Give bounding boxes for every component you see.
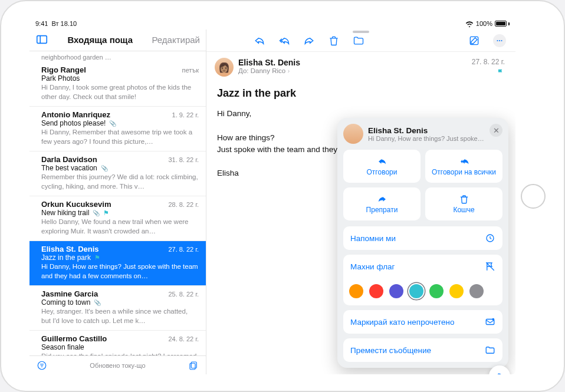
flag-color-dot[interactable] xyxy=(349,284,363,298)
flag-color-dot[interactable] xyxy=(369,284,383,298)
flag-icon xyxy=(497,68,505,77)
popover-header: Elisha St. Denis Hi Danny, How are thing… xyxy=(343,124,502,144)
svg-point-14 xyxy=(492,318,494,321)
truncated-message: neighborhood garden … xyxy=(29,51,206,62)
attachment-icon: 📎 xyxy=(101,165,108,172)
reply-icon[interactable] xyxy=(254,35,265,47)
flag-icon: ⚑ xyxy=(103,209,109,217)
remind-me-row[interactable]: Напомни ми xyxy=(343,226,502,250)
flag-off-icon xyxy=(485,261,495,272)
detail-header: 👩🏽 Elisha St. Denis До: Danny Rico › 27.… xyxy=(206,52,515,77)
message-detail-pane: 👩🏽 Elisha St. Denis До: Danny Rico › 27.… xyxy=(206,29,515,374)
quick-reply-chip[interactable] xyxy=(489,365,510,374)
battery-icon xyxy=(495,21,510,27)
updated-label: Обновено току-що xyxy=(90,362,145,369)
reply-all-button[interactable]: Отговори на всички xyxy=(425,150,502,183)
flag-color-dot[interactable] xyxy=(469,284,484,298)
trash-button[interactable]: Кошче xyxy=(425,187,502,220)
clock-icon xyxy=(485,233,495,243)
status-right: 100% xyxy=(465,20,510,27)
stack-icon[interactable] xyxy=(188,360,199,371)
popover-sender: Elisha St. Denis xyxy=(368,126,484,135)
flag-icon: ⚑ xyxy=(94,254,100,262)
reply-all-icon[interactable] xyxy=(278,35,290,47)
list-footer: Обновено току-що xyxy=(29,355,206,374)
home-button[interactable] xyxy=(521,184,546,209)
edit-button[interactable]: Редактирай xyxy=(152,35,201,45)
more-icon[interactable] xyxy=(493,34,506,47)
attachment-icon: 📎 xyxy=(93,210,100,216)
envelope-icon xyxy=(485,317,495,327)
filter-icon[interactable] xyxy=(37,360,47,371)
svg-rect-7 xyxy=(190,363,195,370)
close-icon[interactable]: ✕ xyxy=(490,124,502,137)
message-row[interactable]: Orkun Kucuksevim28. 8. 22 г.New hiking t… xyxy=(29,196,206,241)
mark-unread-row[interactable]: Маркирай като непрочетено xyxy=(343,310,502,334)
message-row[interactable]: Guillermo Castillo24. 8. 22 г.Season fin… xyxy=(29,331,206,355)
svg-point-10 xyxy=(499,39,500,41)
attachment-icon: 📎 xyxy=(94,299,101,306)
forward-icon[interactable] xyxy=(303,35,315,47)
flag-color-dot[interactable] xyxy=(409,284,423,298)
mailbox-title: Входяща поща xyxy=(48,35,152,45)
mailbox-list-pane: Входяща поща Редактирай neighborhood gar… xyxy=(29,29,206,374)
flag-color-dot[interactable] xyxy=(449,284,464,298)
message-row[interactable]: Jasmine Garcia25. 8. 22 г.Coming to town… xyxy=(29,286,206,331)
sender-avatar[interactable]: 👩🏽 xyxy=(215,58,234,77)
message-row[interactable]: Rigo RangelпетъкPark PhotosHi Danny, I t… xyxy=(29,62,206,107)
message-subject: Jazz in the park xyxy=(206,77,515,103)
svg-point-11 xyxy=(501,39,502,41)
status-time: 9:41 Вт 18.10 xyxy=(35,20,77,27)
battery-percent: 100% xyxy=(476,20,492,27)
svg-rect-6 xyxy=(191,362,196,368)
message-row[interactable]: Antonio Manriquez1. 9. 22 г.Send photos … xyxy=(29,107,206,151)
recipient-line[interactable]: До: Danny Rico › xyxy=(238,67,300,74)
actions-popover: Elisha St. Denis Hi Danny, How are thing… xyxy=(337,118,508,368)
folder-icon[interactable] xyxy=(353,35,364,47)
wifi-icon xyxy=(465,21,474,27)
remove-flag-row[interactable]: Махни флаг xyxy=(343,255,502,278)
flag-color-dot[interactable] xyxy=(429,284,444,298)
ipad-frame: 9:41 Вт 18.10 100% Входяща поща Редактир… xyxy=(0,0,565,392)
svg-rect-0 xyxy=(37,36,47,44)
compose-icon[interactable] xyxy=(468,35,480,47)
sidebar-toggle-icon[interactable] xyxy=(35,33,48,46)
drag-handle[interactable] xyxy=(353,31,369,33)
trash-icon[interactable] xyxy=(328,35,340,47)
message-date: 27. 8. 22 г. xyxy=(472,58,505,66)
list-header: Входяща поща Редактирай xyxy=(29,29,206,51)
attachment-icon: 📎 xyxy=(109,120,116,127)
flag-color-dot[interactable] xyxy=(389,284,403,298)
message-row[interactable]: Elisha St. Denis27. 8. 22 г.Jazz in the … xyxy=(29,241,206,286)
reply-button[interactable]: Отговори xyxy=(343,150,421,183)
popover-avatar xyxy=(343,124,363,144)
status-bar: 9:41 Вт 18.10 100% xyxy=(29,18,515,29)
svg-point-9 xyxy=(497,39,498,41)
screen: 9:41 Вт 18.10 100% Входяща поща Редактир… xyxy=(29,18,515,374)
forward-button[interactable]: Препрати xyxy=(343,187,421,220)
message-row[interactable]: Darla Davidson31. 8. 22 г.The best vacat… xyxy=(29,151,206,196)
flag-colors-row[interactable] xyxy=(343,278,502,305)
folder-move-icon xyxy=(485,345,495,355)
move-message-row[interactable]: Премести съобщение xyxy=(343,338,502,362)
popover-preview: Hi Danny, How are things? Just spoke… xyxy=(368,135,484,142)
message-list[interactable]: neighborhood garden …Rigo RangelпетъкPar… xyxy=(29,51,206,355)
sender-name[interactable]: Elisha St. Denis xyxy=(238,58,300,67)
